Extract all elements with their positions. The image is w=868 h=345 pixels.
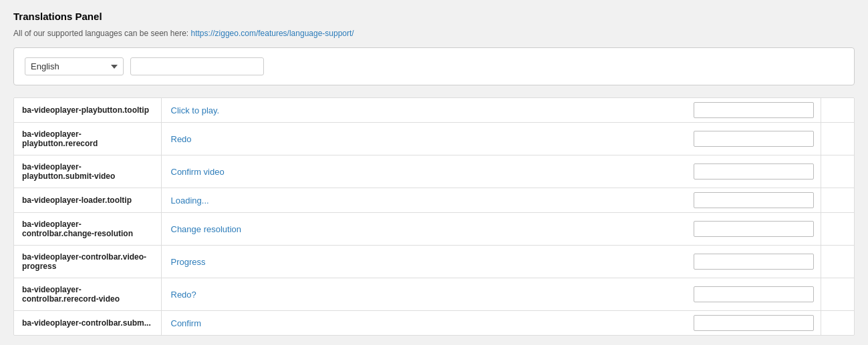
row-action-cell [821, 311, 854, 336]
search-input[interactable] [130, 57, 264, 75]
row-translation-input-cell [687, 155, 821, 188]
table-row: ba-videoplayer-playbutton.tooltipClick t… [14, 98, 854, 123]
row-key: ba-videoplayer-controlbar.change-resolut… [14, 213, 161, 246]
row-translation-input[interactable] [694, 131, 814, 147]
table-row: ba-videoplayer-controlbar.video-progress… [14, 246, 854, 278]
subtitle-link[interactable]: https://ziggeo.com/features/language-sup… [191, 29, 354, 38]
table-row: ba-videoplayer-controlbar.subm...Confirm [14, 311, 854, 336]
row-translation-input-cell [687, 98, 821, 123]
subtitle-text: All of our supported languages can be se… [13, 29, 191, 38]
row-action-cell [821, 188, 854, 213]
row-value: Redo? [161, 278, 687, 311]
page-container: Translations Panel All of our supported … [0, 0, 868, 345]
language-select[interactable]: EnglishFrenchGermanSpanishItalianPortugu… [25, 57, 124, 75]
row-action-cell [821, 246, 854, 278]
row-action-cell [821, 155, 854, 188]
table-row: ba-videoplayer-controlbar.change-resolut… [14, 213, 854, 246]
row-translation-input[interactable] [694, 286, 814, 302]
table-row: ba-videoplayer-playbutton.rerecordRedo [14, 123, 854, 155]
row-value: Click to play. [161, 98, 687, 123]
row-translation-input-cell [687, 188, 821, 213]
row-key: ba-videoplayer-controlbar.video-progress [14, 246, 161, 278]
row-key: ba-videoplayer-controlbar.rerecord-video [14, 278, 161, 311]
row-key: ba-videoplayer-playbutton.rerecord [14, 123, 161, 155]
row-translation-input[interactable] [694, 163, 814, 180]
translations-table-wrapper: ba-videoplayer-playbutton.tooltipClick t… [13, 97, 855, 336]
row-value: Change resolution [161, 213, 687, 246]
row-action-cell [821, 123, 854, 155]
subtitle: All of our supported languages can be se… [13, 29, 855, 38]
table-row: ba-videoplayer-controlbar.rerecord-video… [14, 278, 854, 311]
row-value: Confirm [161, 311, 687, 336]
row-key: ba-videoplayer-controlbar.subm... [14, 311, 161, 336]
row-translation-input-cell [687, 311, 821, 336]
table-row: ba-videoplayer-playbutton.submit-videoCo… [14, 155, 854, 188]
row-value: Loading... [161, 188, 687, 213]
row-action-cell [821, 278, 854, 311]
row-translation-input-cell [687, 123, 821, 155]
row-value: Confirm video [161, 155, 687, 188]
page-title: Translations Panel [13, 11, 855, 22]
row-translation-input[interactable] [694, 221, 814, 237]
row-value: Progress [161, 246, 687, 278]
row-key: ba-videoplayer-loader.tooltip [14, 188, 161, 213]
row-translation-input[interactable] [694, 192, 814, 208]
table-row: ba-videoplayer-loader.tooltipLoading... [14, 188, 854, 213]
row-value: Redo [161, 123, 687, 155]
row-action-cell [821, 98, 854, 123]
row-translation-input[interactable] [694, 254, 814, 270]
translations-table: ba-videoplayer-playbutton.tooltipClick t… [14, 98, 854, 335]
row-translation-input-cell [687, 213, 821, 246]
filter-panel: EnglishFrenchGermanSpanishItalianPortugu… [13, 47, 855, 85]
row-translation-input[interactable] [694, 102, 814, 118]
row-key: ba-videoplayer-playbutton.tooltip [14, 98, 161, 123]
row-translation-input-cell [687, 278, 821, 311]
row-translation-input-cell [687, 246, 821, 278]
row-key: ba-videoplayer-playbutton.submit-video [14, 155, 161, 188]
row-action-cell [821, 213, 854, 246]
row-translation-input[interactable] [694, 315, 814, 331]
